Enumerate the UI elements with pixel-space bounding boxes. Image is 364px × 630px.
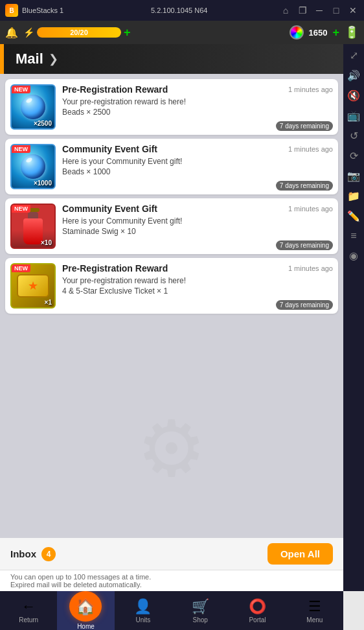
window-minimize-btn[interactable]: ─ — [313, 5, 325, 16]
days-remaining-badge: 7 days remaining — [276, 121, 333, 131]
nav-item-units[interactable]: 👤 Units — [115, 591, 172, 630]
bead-shine — [25, 97, 33, 104]
mail-title: Mail — [16, 51, 43, 67]
bead-gem-icon — [21, 95, 45, 119]
inbox-label: Inbox — [10, 548, 36, 559]
item-count: ×1 — [45, 299, 52, 306]
portal-icon: ⭕ — [249, 598, 266, 615]
sidebar-mute-icon[interactable]: 🔇 — [347, 89, 360, 102]
window-home-btn[interactable]: ⌂ — [280, 5, 291, 16]
mail-item-header-row: Pre-Registration Reward 1 minutes ago — [62, 84, 333, 95]
return-icon: ← — [21, 598, 36, 615]
mail-item-header-row: Community Event Gift 1 minutes ago — [62, 144, 333, 154]
app-version: 5.2.100.1045 N64 — [151, 6, 276, 14]
sidebar-camera-icon[interactable]: 📷 — [347, 170, 360, 182]
toolbar-right: 1650 + 🔋 — [290, 25, 359, 40]
mail-item-desc: Here is your Community Event gift! — [62, 157, 333, 166]
mail-item-time: 1 minutes ago — [288, 205, 333, 213]
mail-item-image: NEW ×2500 — [10, 84, 56, 130]
energy-bar-container: ⚡ 20/20 + — [23, 26, 284, 40]
nav-item-return[interactable]: ← Return — [0, 591, 57, 630]
sidebar-layers-icon[interactable]: ≡ — [350, 230, 356, 242]
energy-bar: 20/20 — [37, 27, 121, 38]
days-remaining-badge: 7 days remaining — [276, 240, 333, 250]
sidebar-rotate-icon[interactable]: ⟳ — [350, 150, 358, 162]
sidebar-folder-icon[interactable]: 📁 — [347, 190, 360, 202]
title-bar: B BlueStacks 1 5.2.100.1045 N64 ⌂ ❐ ─ □ … — [0, 0, 364, 21]
item-count: ×1000 — [34, 180, 52, 187]
gems-count: 1650 — [309, 28, 328, 38]
units-icon: 👤 — [134, 598, 152, 615]
mail-item-title: Pre-Registration Reward — [62, 263, 168, 274]
background-watermark: ⚙ — [137, 404, 207, 494]
days-remaining-badge: 7 days remaining — [276, 181, 333, 191]
mail-item[interactable]: NEW ×1000 Community Event Gift 1 minutes… — [5, 139, 338, 194]
mail-header: Mail ❯ — [0, 44, 343, 74]
nav-label-portal: Portal — [249, 616, 266, 624]
nav-label-shop: Shop — [192, 616, 207, 624]
mail-item-reward: 4 & 5-Star Exclusive Ticket × 1 — [62, 286, 333, 296]
nav-item-menu[interactable]: ☰ Menu — [286, 591, 343, 630]
mail-item-time: 1 minutes ago — [288, 264, 333, 272]
new-badge: NEW — [12, 264, 30, 272]
nav-label-home: Home — [77, 623, 95, 630]
sidebar-volume-icon[interactable]: 🔊 — [347, 69, 360, 82]
nav-item-home[interactable]: 🏠 Home — [57, 591, 114, 630]
sidebar-refresh-icon[interactable]: ↺ — [350, 130, 358, 142]
mail-item-time: 1 minutes ago — [288, 145, 333, 153]
window-maximize-btn[interactable]: □ — [330, 5, 342, 16]
bead-gem-icon — [21, 154, 45, 179]
mail-item-title: Pre-Registration Reward — [62, 84, 168, 95]
energy-add-button[interactable]: + — [124, 26, 131, 40]
notification-bell-icon[interactable]: 🔔 — [5, 27, 18, 39]
nav-item-shop[interactable]: 🛒 Shop — [172, 591, 229, 630]
inbox-left: Inbox 4 — [10, 547, 56, 561]
nav-label-menu: Menu — [306, 616, 323, 624]
home-icon-container: 🏠 — [69, 591, 102, 622]
new-badge: NEW — [12, 205, 30, 213]
menu-icon: ☰ — [308, 598, 321, 615]
energy-text: 20/20 — [70, 29, 88, 36]
inbox-note: You can open up to 100 messages at a tim… — [0, 570, 343, 591]
mail-item[interactable]: NEW ★ ×1 Pre-Registration Reward 1 minut… — [5, 258, 338, 314]
mail-item-image: NEW ×1000 — [10, 144, 56, 189]
color-wheel-icon[interactable] — [290, 25, 304, 40]
gems-add-button[interactable]: + — [332, 26, 339, 40]
window-copy-btn[interactable]: ❐ — [297, 5, 308, 16]
ticket-star-icon: ★ — [28, 279, 38, 293]
app-logo: B — [5, 4, 18, 17]
mail-item-title: Community Event Gift — [62, 144, 157, 154]
right-sidebar: ⤢ 🔊 🔇 📺 ↺ ⟳ 📷 📁 ✏️ ≡ ◉ — [343, 44, 364, 591]
mail-item-image: NEW ★ ×1 — [10, 263, 56, 309]
window-close-btn[interactable]: ✕ — [347, 5, 359, 16]
nav-label-return: Return — [19, 616, 38, 624]
energy-icon: ⚡ — [23, 27, 34, 38]
sidebar-expand-icon[interactable]: ⤢ — [350, 49, 358, 62]
window-controls: ⌂ ❐ ─ □ ✕ — [280, 5, 359, 16]
potion-neck — [28, 212, 38, 218]
sidebar-macro-icon[interactable]: ◉ — [349, 250, 358, 262]
nav-item-portal[interactable]: ⭕ Portal — [229, 591, 286, 630]
mail-item-header-row: Community Event Gift 1 minutes ago — [62, 204, 333, 214]
mail-item-reward: Beads × 2500 — [62, 108, 333, 117]
item-count: ×2500 — [34, 120, 52, 127]
nav-label-units: Units — [135, 616, 150, 624]
mail-item-desc: Your pre-registration reward is here! — [62, 97, 333, 106]
mail-item-time: 1 minutes ago — [288, 86, 333, 93]
potion-body — [23, 218, 43, 244]
sidebar-screen-icon[interactable]: 📺 — [347, 110, 360, 122]
item-count: ×10 — [41, 239, 52, 246]
shop-icon: 🛒 — [192, 598, 209, 615]
bead-shine — [25, 157, 33, 163]
potion-container — [23, 208, 43, 244]
mail-item-desc: Here is your Community Event gift! — [62, 216, 333, 226]
main-content: Mail ❯ ⚙ NEW ×2500 Pre-Registration Rewa… — [0, 44, 343, 591]
footer-panel: Inbox 4 Open All You can open up to 100 … — [0, 538, 343, 591]
mail-item[interactable]: NEW ×10 Community Event Gift 1 minutes a… — [5, 198, 338, 254]
sidebar-edit-icon[interactable]: ✏️ — [347, 210, 360, 222]
open-all-button[interactable]: Open All — [267, 543, 333, 565]
mail-item[interactable]: NEW ×2500 Pre-Registration Reward 1 minu… — [5, 79, 338, 135]
mail-list: NEW ×2500 Pre-Registration Reward 1 minu… — [0, 74, 343, 319]
mail-item-desc: Your pre-registration reward is here! — [62, 276, 333, 285]
battery-icon: 🔋 — [345, 25, 359, 40]
